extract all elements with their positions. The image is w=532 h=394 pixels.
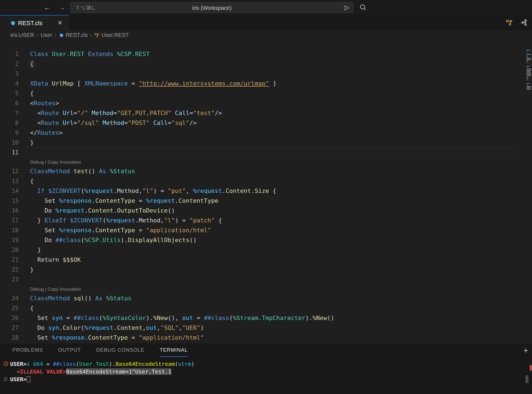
code-line[interactable]: 6<Routes> bbox=[0, 98, 525, 108]
codelens-actions[interactable]: Debug | Copy Invocation bbox=[30, 157, 81, 167]
line-number[interactable]: 24 bbox=[0, 293, 19, 303]
source-control-graph-icon[interactable] bbox=[520, 19, 528, 26]
code-text: { bbox=[30, 303, 34, 313]
line-number[interactable]: 6 bbox=[0, 98, 19, 108]
command-pending-icon[interactable] bbox=[4, 377, 7, 381]
code-token: ClassMethod bbox=[30, 168, 70, 175]
command-center[interactable]: ⇧⌥⌘L iris (Workspace) bbox=[70, 2, 353, 13]
line-number[interactable]: 28 bbox=[0, 333, 19, 343]
line-number[interactable]: 17 bbox=[0, 216, 19, 225]
minimap[interactable] bbox=[526, 40, 532, 343]
code-line[interactable]: 20 } bbox=[0, 245, 525, 255]
nav-back-button[interactable]: ← bbox=[42, 3, 52, 11]
line-number[interactable]: 20 bbox=[0, 245, 19, 255]
code-token: %response bbox=[52, 334, 84, 341]
breadcrumb-item-namespace[interactable]: iris:USER bbox=[10, 32, 34, 38]
terminal-scrollbar-thumb[interactable] bbox=[525, 375, 528, 383]
line-number[interactable]: 19 bbox=[0, 235, 19, 245]
code-token: %request bbox=[146, 197, 175, 204]
new-terminal-plus-icon[interactable]: + bbox=[523, 346, 528, 355]
code-token: ). bbox=[121, 237, 128, 243]
code-line[interactable]: 12ClassMethod test() As %Status bbox=[0, 166, 525, 176]
breadcrumb-item-class[interactable]: User.REST bbox=[94, 32, 129, 38]
code-line[interactable]: 3 bbox=[0, 69, 525, 79]
code-line[interactable]: 4XData UrlMap [ XMLNamespace = "http://w… bbox=[0, 79, 525, 89]
code-line[interactable]: 28 Set %response.ContentType = "applicat… bbox=[0, 333, 525, 343]
line-number[interactable]: 23 bbox=[0, 275, 19, 284]
line-number[interactable]: 13 bbox=[0, 176, 19, 186]
code-text: Set syn = ##class(%SyntaxColor).%New(), … bbox=[30, 313, 334, 323]
code-line[interactable]: 19 Do ##class(%CSP.Utils).DisplayAllObje… bbox=[0, 235, 525, 245]
code-line[interactable]: 25{ bbox=[0, 303, 525, 313]
line-number[interactable]: 10 bbox=[0, 138, 19, 148]
code-line[interactable]: 9</Routes> bbox=[0, 128, 525, 138]
objectscript-class-view-icon[interactable] bbox=[506, 19, 513, 26]
codelens-actions[interactable]: Debug | Copy Invocation bbox=[30, 284, 81, 294]
codelens-row[interactable]: Debug | Copy Invocation bbox=[0, 157, 525, 166]
line-number[interactable]: 1 bbox=[0, 49, 19, 59]
command-failed-icon[interactable] bbox=[4, 361, 8, 366]
code-token: (), bbox=[168, 314, 182, 321]
code-line[interactable]: 22} bbox=[0, 265, 525, 275]
tab-problems[interactable]: PROBLEMS bbox=[12, 347, 43, 357]
code-token: Class bbox=[30, 51, 48, 57]
code-line[interactable]: 15 Set %response.ContentType = %request.… bbox=[0, 196, 525, 206]
line-number[interactable]: 14 bbox=[0, 186, 19, 196]
code-token: Do bbox=[30, 237, 55, 243]
line-number[interactable]: 4 bbox=[0, 79, 19, 89]
breadcrumb-item-package[interactable]: User bbox=[41, 32, 52, 38]
code-line[interactable]: 13{ bbox=[0, 176, 525, 186]
line-number[interactable]: 22 bbox=[0, 265, 19, 275]
code-editor[interactable]: 1Class User.REST Extends %CSP.REST2{34XD… bbox=[0, 40, 532, 343]
line-number[interactable]: 12 bbox=[0, 166, 19, 176]
line-number[interactable]: 3 bbox=[0, 69, 19, 79]
code-token bbox=[59, 119, 63, 126]
terminal-token: ) bbox=[191, 361, 194, 367]
line-number[interactable]: 16 bbox=[0, 206, 19, 216]
code-line[interactable]: 10} bbox=[0, 138, 525, 148]
send-icon[interactable] bbox=[343, 5, 350, 11]
line-number[interactable]: 15 bbox=[0, 196, 19, 206]
code-token: } bbox=[30, 246, 41, 253]
code-line[interactable]: 2{ bbox=[0, 59, 525, 69]
terminal-row: USER>s b64 = ##class(User.Test).Base64En… bbox=[0, 360, 532, 368]
line-number[interactable]: 26 bbox=[0, 313, 19, 323]
code-line[interactable]: 7 <Route Url="/" Method="GET,PUT,PATCH" … bbox=[0, 108, 525, 118]
line-number[interactable]: 11 bbox=[0, 148, 19, 157]
search-icon[interactable] bbox=[359, 4, 367, 11]
line-number[interactable]: 25 bbox=[0, 303, 19, 313]
code-line[interactable]: 17 } ElseIf $ZCONVERT(%request.Method,"l… bbox=[0, 216, 525, 225]
line-number[interactable]: 21 bbox=[0, 255, 19, 265]
tab-debug-console[interactable]: DEBUG CONSOLE bbox=[96, 347, 144, 357]
line-number[interactable]: 7 bbox=[0, 108, 19, 118]
code-token bbox=[103, 295, 106, 302]
code-line[interactable]: 14 If $ZCONVERT(%request.Method,"l") = "… bbox=[0, 186, 525, 196]
breadcrumb-item-file[interactable]: REST.cls bbox=[59, 32, 88, 38]
code-line[interactable]: 23 bbox=[0, 275, 525, 284]
code-token: = bbox=[189, 110, 193, 116]
code-line[interactable]: 1Class User.REST Extends %CSP.REST bbox=[0, 49, 525, 59]
tab-terminal[interactable]: TERMINAL bbox=[160, 347, 188, 357]
code-line[interactable]: 24ClassMethod sql() As %Status bbox=[0, 293, 525, 303]
line-number[interactable]: 5 bbox=[0, 89, 19, 98]
code-line[interactable]: 16 Do %request.Content.OutputToDevice() bbox=[0, 206, 525, 216]
line-number[interactable]: 8 bbox=[0, 118, 19, 128]
code-line[interactable]: 27 Do syn.Color(%request.Content,out,"SQ… bbox=[0, 323, 525, 333]
tab-close-icon[interactable]: ✕ bbox=[58, 19, 63, 27]
nav-forward-button[interactable]: → bbox=[57, 3, 67, 11]
code-line[interactable]: 11 bbox=[0, 148, 525, 157]
codelens-row[interactable]: Debug | Copy Invocation bbox=[0, 284, 525, 293]
line-number[interactable]: 9 bbox=[0, 128, 19, 138]
code-line[interactable]: 21 Return $$$OK bbox=[0, 255, 525, 265]
line-number[interactable]: 18 bbox=[0, 225, 19, 235]
terminal-output[interactable]: USER>s b64 = ##class(User.Test).Base64En… bbox=[0, 360, 532, 394]
tab-rest-cls[interactable]: REST.cls ✕ bbox=[0, 15, 69, 31]
code-line[interactable]: 26 Set syn = ##class(%SyntaxColor).%New(… bbox=[0, 313, 525, 323]
line-number[interactable]: 2 bbox=[0, 59, 19, 69]
code-line[interactable]: 5{ bbox=[0, 89, 525, 98]
code-line[interactable]: 8 <Route Url="/sql" Method="POST" Call="… bbox=[0, 118, 525, 128]
code-token: { bbox=[269, 187, 276, 194]
code-line[interactable]: 18 Set %response.ContentType = "applicat… bbox=[0, 225, 525, 235]
line-number[interactable]: 27 bbox=[0, 323, 19, 333]
tab-output[interactable]: OUTPUT bbox=[58, 347, 81, 357]
